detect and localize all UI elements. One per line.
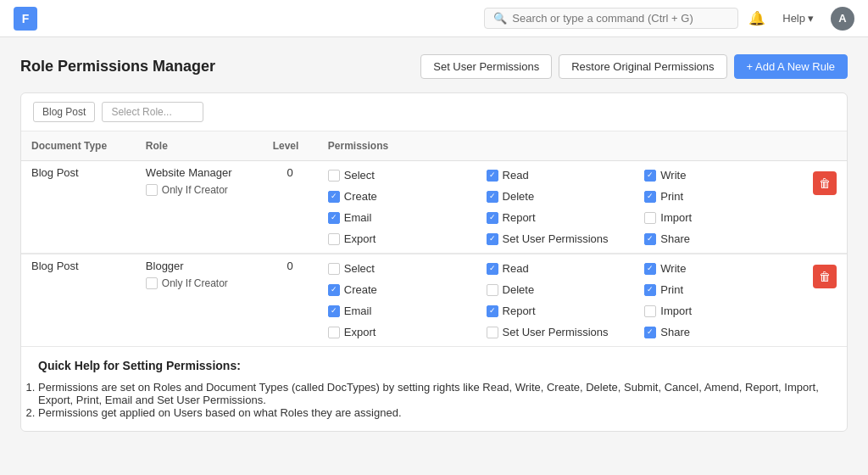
permission-label: Read bbox=[503, 169, 529, 182]
permission-checkbox[interactable] bbox=[487, 191, 498, 203]
permission-item[interactable]: Email bbox=[328, 302, 476, 320]
permission-item[interactable]: Write bbox=[644, 166, 793, 184]
restore-original-button[interactable]: Restore Original Permissions bbox=[559, 54, 726, 79]
quick-help-title: Quick Help for Setting Permissions: bbox=[38, 359, 830, 372]
col-actions bbox=[803, 131, 847, 161]
table-row: Blog PostWebsite Manager Only If Creator… bbox=[21, 161, 847, 254]
delete-col: 🗑 bbox=[803, 161, 847, 254]
page-wrapper: Role Permissions Manager Set User Permis… bbox=[0, 37, 868, 449]
permission-item[interactable]: Read bbox=[487, 260, 635, 277]
doc-type-filter-tag[interactable]: Blog Post bbox=[33, 102, 95, 122]
role-filter-select[interactable]: Select Role... bbox=[102, 102, 203, 122]
navbar-right: 🔍 🔔 Help ▾ A bbox=[484, 7, 854, 31]
permission-label: Email bbox=[344, 211, 372, 224]
permission-item[interactable]: Import bbox=[644, 209, 793, 226]
level-cell: 0 bbox=[263, 161, 318, 254]
permission-checkbox[interactable] bbox=[487, 327, 498, 338]
search-input[interactable] bbox=[512, 12, 729, 25]
permission-checkbox[interactable] bbox=[644, 327, 656, 338]
permission-item[interactable]: Email bbox=[328, 209, 476, 226]
set-user-permissions-button[interactable]: Set User Permissions bbox=[420, 54, 552, 79]
avatar[interactable]: A bbox=[831, 7, 854, 31]
permission-label: Export bbox=[344, 232, 376, 245]
permission-checkbox[interactable] bbox=[328, 284, 340, 296]
permission-item[interactable]: Export bbox=[328, 230, 476, 248]
permission-label: Set User Permissions bbox=[503, 326, 609, 338]
permission-item[interactable]: Report bbox=[487, 302, 635, 320]
only-if-creator[interactable]: Only If Creator bbox=[146, 277, 253, 289]
doc-type-cell: Blog Post bbox=[21, 161, 136, 254]
permission-label: Create bbox=[344, 283, 377, 296]
permission-item[interactable]: Select bbox=[328, 260, 476, 277]
header-actions: Set User Permissions Restore Original Pe… bbox=[420, 54, 848, 79]
only-if-creator-checkbox[interactable] bbox=[146, 184, 158, 196]
permission-checkbox[interactable] bbox=[328, 233, 340, 245]
permission-checkbox[interactable] bbox=[487, 305, 498, 317]
permission-label: Share bbox=[660, 232, 690, 245]
permission-item[interactable]: Share bbox=[644, 323, 793, 341]
permission-item[interactable]: Set User Permissions bbox=[487, 230, 635, 248]
permission-checkbox[interactable] bbox=[644, 233, 656, 245]
permission-checkbox[interactable] bbox=[487, 284, 498, 296]
permission-item[interactable]: Create bbox=[328, 281, 476, 299]
delete-row-button[interactable]: 🗑 bbox=[813, 171, 837, 195]
permission-checkbox[interactable] bbox=[487, 263, 498, 275]
only-if-creator-label: Only If Creator bbox=[162, 184, 228, 196]
filter-bar: Blog Post Select Role... bbox=[21, 93, 847, 131]
bell-icon[interactable]: 🔔 bbox=[748, 10, 765, 26]
permission-checkbox[interactable] bbox=[644, 305, 656, 317]
table-header-row: Document Type Role Level Permissions bbox=[21, 131, 847, 161]
only-if-creator[interactable]: Only If Creator bbox=[146, 184, 253, 196]
role-cell: Website Manager Only If Creator bbox=[136, 161, 263, 254]
search-bar[interactable]: 🔍 bbox=[484, 8, 738, 29]
permission-item[interactable]: Select bbox=[328, 166, 476, 184]
page-header: Role Permissions Manager Set User Permis… bbox=[20, 54, 848, 79]
permission-checkbox[interactable] bbox=[644, 284, 656, 296]
permission-item[interactable]: Create bbox=[328, 187, 476, 205]
doc-type-cell: Blog Post bbox=[21, 254, 136, 346]
permission-item[interactable]: Read bbox=[487, 166, 635, 184]
permission-label: Delete bbox=[503, 190, 535, 203]
permission-checkbox[interactable] bbox=[644, 212, 656, 224]
permission-item[interactable]: Delete bbox=[487, 281, 635, 299]
permission-label: Create bbox=[344, 190, 377, 203]
help-button[interactable]: Help ▾ bbox=[776, 8, 821, 28]
permission-item[interactable]: Import bbox=[644, 302, 793, 320]
role-name: Website Manager bbox=[146, 166, 253, 179]
permission-checkbox[interactable] bbox=[328, 170, 340, 182]
add-new-rule-button[interactable]: + Add A New Rule bbox=[734, 54, 848, 79]
permission-checkbox[interactable] bbox=[328, 191, 340, 203]
permission-checkbox[interactable] bbox=[487, 212, 498, 224]
permission-label: Import bbox=[660, 211, 692, 224]
app-logo: F bbox=[14, 7, 37, 31]
col-doc-type: Document Type bbox=[21, 131, 136, 161]
permission-item[interactable]: Report bbox=[487, 209, 635, 226]
permission-checkbox[interactable] bbox=[487, 233, 498, 245]
permission-item[interactable]: Print bbox=[644, 187, 793, 205]
permission-checkbox[interactable] bbox=[328, 305, 340, 317]
col-role: Role bbox=[136, 131, 263, 161]
permission-label: Select bbox=[344, 262, 375, 275]
navbar-left: F bbox=[14, 7, 37, 31]
role-cell: Blogger Only If Creator bbox=[136, 254, 263, 346]
permission-label: Export bbox=[344, 326, 376, 338]
permission-checkbox[interactable] bbox=[487, 170, 498, 182]
permission-checkbox[interactable] bbox=[644, 170, 656, 182]
permission-checkbox[interactable] bbox=[328, 327, 340, 338]
permission-item[interactable]: Write bbox=[644, 260, 793, 277]
permission-item[interactable]: Export bbox=[328, 323, 476, 341]
permission-item[interactable]: Set User Permissions bbox=[487, 323, 635, 341]
permission-checkbox[interactable] bbox=[328, 212, 340, 224]
permission-checkbox[interactable] bbox=[644, 191, 656, 203]
navbar: F 🔍 🔔 Help ▾ A bbox=[0, 0, 868, 37]
page-title: Role Permissions Manager bbox=[20, 58, 215, 75]
permission-item[interactable]: Print bbox=[644, 281, 793, 299]
role-name: Blogger bbox=[146, 260, 253, 272]
permission-item[interactable]: Share bbox=[644, 230, 793, 248]
only-if-creator-checkbox[interactable] bbox=[146, 277, 158, 289]
permission-checkbox[interactable] bbox=[328, 263, 340, 275]
delete-row-button[interactable]: 🗑 bbox=[813, 265, 837, 288]
permission-item[interactable]: Delete bbox=[487, 187, 635, 205]
permission-checkbox[interactable] bbox=[644, 263, 656, 275]
table-row: Blog PostBlogger Only If Creator 0 Selec… bbox=[21, 254, 847, 346]
